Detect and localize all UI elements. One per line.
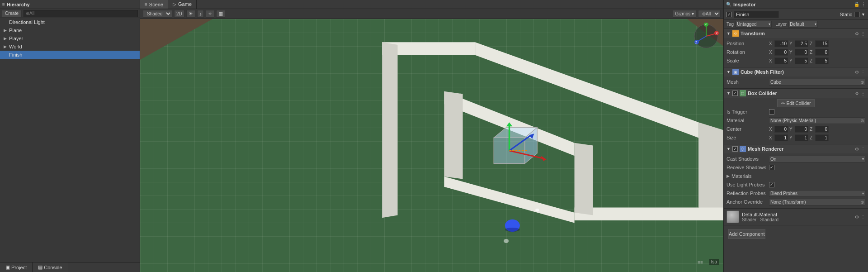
tab-console[interactable]: ▤ Console [33, 262, 68, 272]
mesh-renderer-enable-checkbox[interactable] [732, 146, 738, 152]
sx2-group: X [769, 134, 788, 141]
rotation-label: Rotation [726, 49, 767, 55]
center-values: X Y Z [769, 126, 865, 133]
material-menu-icon[interactable]: ⋮ [861, 215, 865, 220]
tab-project[interactable]: ▣ Project [0, 262, 33, 272]
size-z-input[interactable] [815, 134, 829, 141]
position-label: Position [726, 41, 767, 46]
scene-view[interactable]: X Y Z Iso ≡≡ [140, 19, 723, 272]
static-label-group: Static ▼ [840, 12, 865, 17]
gizmos-button[interactable]: Gizmos ▾ [673, 10, 696, 18]
create-button[interactable]: Create [2, 10, 22, 17]
hierarchy-item-directional-light[interactable]: Directional Light [0, 18, 140, 26]
anchor-override-dropdown[interactable]: None (Transform) ◎ [769, 199, 865, 205]
2d-button[interactable]: 2D [174, 10, 184, 18]
overlay-button[interactable]: ▦ [216, 10, 225, 18]
pos-y-input[interactable] [795, 40, 808, 47]
box-collider-collapse-arrow: ▼ [726, 91, 731, 95]
gizmo-widget[interactable]: X Y Z [693, 23, 720, 50]
layer-dropdown[interactable]: Default ▾ [788, 21, 818, 28]
size-label: Size [726, 135, 767, 140]
scene-toolbar: Shaded 2D ☀ ♪ ✧ ▦ Gizmos ▾ ⊕All [140, 9, 723, 19]
transform-menu-icon[interactable]: ⋮ [861, 31, 865, 36]
box-collider-header[interactable]: ▼ ▢ Box Collider ⚙ ⋮ [724, 89, 868, 98]
mesh-filter-menu-icon[interactable]: ⋮ [861, 70, 865, 75]
material-row-collider: Material None (Physic Material) ◎ [726, 116, 865, 124]
receive-shadows-checkbox[interactable] [769, 165, 774, 170]
edit-collider-icon: ✏ [781, 101, 785, 106]
pos-z-input[interactable] [815, 40, 829, 47]
mesh-value-dropdown[interactable]: Cube ◎ [769, 79, 865, 86]
static-checkbox[interactable] [854, 12, 859, 17]
use-light-probes-checkbox[interactable] [769, 182, 774, 187]
material-settings-icon[interactable]: ⚙ [855, 215, 859, 220]
light-button[interactable]: ☀ [186, 10, 195, 18]
size-y-input[interactable] [795, 134, 808, 141]
inspector-lock-icon[interactable]: 🔓 [854, 2, 859, 7]
tab-scene[interactable]: ≡ Scene [140, 0, 168, 9]
tab-game[interactable]: ▷ Game [168, 0, 197, 9]
center-y-input[interactable] [795, 126, 808, 133]
object-name-input[interactable] [734, 11, 779, 18]
static-dropdown-arrow[interactable]: ▼ [861, 12, 865, 17]
rot-y-input[interactable] [795, 49, 808, 56]
mesh-filter-header[interactable]: ▼ ▣ Cube (Mesh Filter) ⚙ ⋮ [724, 67, 868, 76]
rotation-values: X Y Z [769, 49, 865, 56]
transform-header[interactable]: ▼ ⟲ Transform ⚙ ⋮ [724, 29, 868, 38]
box-collider-settings-icon[interactable]: ⚙ [855, 91, 859, 96]
effects-button[interactable]: ✧ [206, 10, 214, 18]
anchor-override-label: Anchor Override [726, 199, 767, 205]
reflection-probes-dropdown[interactable]: Blend Probes ▾ [769, 190, 865, 197]
scale-y-input[interactable] [795, 57, 808, 64]
hierarchy-header: ≡ Hierarchy [0, 0, 140, 9]
center-x-input[interactable] [774, 126, 788, 133]
size-x-input[interactable] [774, 134, 788, 141]
hierarchy-item-world[interactable]: ▶ World [0, 43, 140, 51]
box-collider-menu-icon[interactable]: ⋮ [861, 91, 865, 96]
mesh-filter-settings-icon[interactable]: ⚙ [855, 70, 859, 75]
hierarchy-item-plane[interactable]: ▶ Plane [0, 26, 140, 34]
scale-x-input[interactable] [774, 57, 788, 64]
hierarchy-item-finish[interactable]: Finish [0, 51, 140, 59]
anchor-override-value: None (Transform) [770, 200, 806, 205]
box-collider-title: Box Collider [748, 91, 853, 96]
pos-x-input[interactable] [774, 40, 788, 47]
audio-button[interactable]: ♪ [197, 10, 204, 18]
project-tab-icon: ▣ [5, 264, 10, 270]
is-trigger-checkbox[interactable] [769, 109, 774, 115]
rot-z-input[interactable] [815, 49, 829, 56]
is-trigger-label: Is Trigger [726, 109, 767, 115]
transform-settings-icon[interactable]: ⚙ [855, 31, 859, 36]
cy-label: Y [789, 127, 794, 132]
mesh-renderer-settings-icon[interactable]: ⚙ [855, 147, 859, 152]
item-label: Player [9, 36, 23, 41]
mesh-renderer-header[interactable]: ▼ ⬡ Mesh Renderer ⚙ ⋮ [724, 144, 868, 153]
materials-section-arrow[interactable]: ▶ [726, 174, 730, 178]
shading-mode-dropdown[interactable]: Shaded [143, 10, 172, 18]
hierarchy-item-player[interactable]: ▶ Player [0, 34, 140, 43]
transform-collapse-arrow: ▼ [726, 31, 731, 36]
box-collider-enable-checkbox[interactable] [732, 91, 738, 96]
rot-x-input[interactable] [774, 49, 788, 56]
center-z-input[interactable] [815, 126, 829, 133]
edit-collider-button[interactable]: ✏ Edit Collider [777, 99, 815, 107]
cast-shadows-dropdown[interactable]: On ▾ [769, 156, 865, 162]
object-active-checkbox[interactable] [726, 12, 732, 17]
svg-marker-6 [444, 91, 462, 179]
layer-label: Layer [775, 22, 787, 27]
console-tab-label: Console [44, 265, 62, 270]
z-label: Z [810, 41, 814, 46]
material-collider-dropdown[interactable]: None (Physic Material) ◎ [769, 117, 865, 124]
svg-text:X: X [716, 32, 718, 35]
hierarchy-search[interactable] [24, 10, 138, 17]
rx-label: X [769, 50, 774, 55]
item-label: Plane [9, 28, 22, 33]
gizmos-search[interactable]: ⊕All [698, 10, 721, 18]
inspector-menu-icon[interactable]: ⋮ [861, 2, 866, 7]
mesh-renderer-menu-icon[interactable]: ⋮ [861, 147, 865, 152]
add-component-button[interactable]: Add Component [728, 229, 765, 239]
sc-x-group: X [769, 57, 788, 64]
tag-dropdown[interactable]: Untagged ▾ [736, 21, 772, 28]
layer-value: Default [790, 22, 804, 27]
scale-z-input[interactable] [815, 57, 829, 64]
